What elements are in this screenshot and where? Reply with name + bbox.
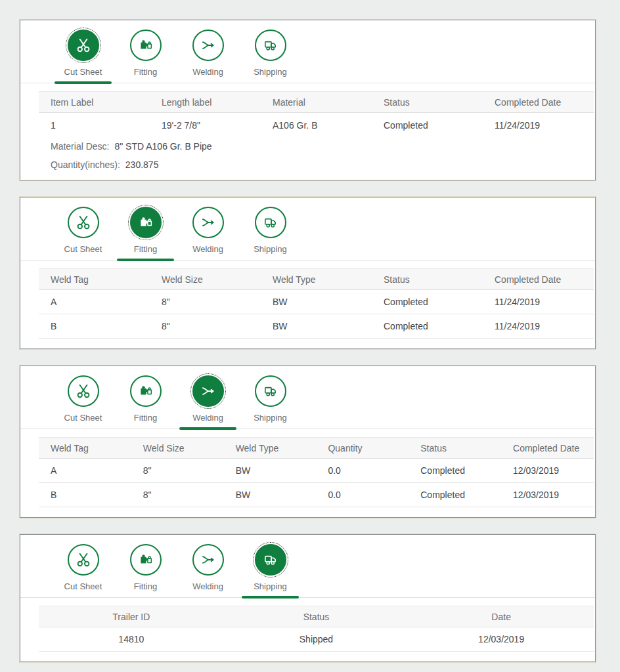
fitting-table: Weld Tag Weld Size Weld Type Status Comp… <box>39 268 594 348</box>
table-cell: Completed <box>409 490 501 500</box>
scissors-icon <box>68 30 99 61</box>
table-row: A 8" BW 0.0 Completed 12/03/2019 <box>39 459 594 483</box>
table-cell: A <box>39 297 150 307</box>
column-header: Completed Date <box>483 274 594 285</box>
table-cell: 14810 <box>39 634 224 644</box>
fitting-panel: Cut Sheet Fitting <box>20 197 596 349</box>
table-row: 14810 Shipped 12/03/2019 <box>39 627 594 652</box>
merge-arrow-icon <box>192 544 224 576</box>
tab-label: Cut Sheet <box>64 413 102 423</box>
icon-tab-bar: Cut Sheet Fitting <box>20 535 595 598</box>
column-header: Status <box>224 612 409 622</box>
tab-label: Welding <box>192 413 223 423</box>
table-row: B 8" BW 0.0 Completed 12/03/2019 <box>39 483 594 507</box>
tab-label: Shipping <box>254 67 287 77</box>
tab-label: Shipping <box>254 581 287 591</box>
tab-shipping[interactable]: Shipping <box>239 30 301 83</box>
column-header: Weld Type <box>224 443 317 453</box>
icon-tab-bar: Cut Sheet Fitting <box>20 20 595 83</box>
tab-cut-sheet[interactable]: Cut Sheet <box>52 207 114 260</box>
tab-fitting[interactable]: Fitting <box>114 375 177 429</box>
table-cell: B <box>39 321 150 331</box>
icon-tab-bar: Cut Sheet Fitting <box>20 366 595 429</box>
table-cell: Shipped <box>224 634 409 644</box>
table-cell: BW <box>261 321 372 331</box>
tab-label: Shipping <box>254 413 287 423</box>
table-header-row: Weld Tag Weld Size Weld Type Status Comp… <box>39 268 594 290</box>
merge-arrow-icon <box>192 207 224 238</box>
tab-welding[interactable]: Welding <box>177 30 239 83</box>
tab-label: Shipping <box>254 244 287 254</box>
tab-cut-sheet[interactable]: Cut Sheet <box>52 30 114 83</box>
table-cell: Completed <box>372 297 483 307</box>
table-cell: 8" <box>131 490 224 500</box>
tab-label: Fitting <box>134 413 157 423</box>
tab-shipping[interactable]: Shipping <box>239 375 301 429</box>
tab-fitting[interactable]: Fitting <box>114 207 177 260</box>
column-header: Weld Type <box>261 274 372 285</box>
detail-value: 8" STD A106 Gr. B Pipe <box>114 141 211 152</box>
truck-icon <box>255 30 286 61</box>
material-desc-row: Material Desc: 8" STD A106 Gr. B Pipe <box>39 137 594 156</box>
puzzle-icon <box>130 30 162 61</box>
table-cell: 12/03/2019 <box>501 490 594 500</box>
tab-cut-sheet[interactable]: Cut Sheet <box>52 375 114 429</box>
tab-shipping[interactable]: Shipping <box>239 544 301 597</box>
column-header: Weld Tag <box>39 443 131 453</box>
tab-welding[interactable]: Welding <box>177 544 239 597</box>
table-cell: Completed <box>372 120 483 131</box>
tab-label: Fitting <box>134 581 157 591</box>
table-cell: 12/03/2019 <box>501 465 594 476</box>
table-cell: 11/24/2019 <box>483 297 594 307</box>
tab-label: Welding <box>192 67 223 77</box>
tab-label: Welding <box>192 581 223 591</box>
cut-sheet-panel: Cut Sheet Fitting <box>20 20 596 180</box>
table-cell: 8" <box>150 321 261 331</box>
table-cell: 12/03/2019 <box>409 634 594 644</box>
column-header: Completed Date <box>501 443 594 453</box>
truck-icon <box>255 375 286 407</box>
table-cell: 11/24/2019 <box>483 120 594 131</box>
column-header: Material <box>261 97 372 108</box>
column-header: Status <box>372 97 483 108</box>
tab-welding[interactable]: Welding <box>177 207 239 260</box>
column-header: Length label <box>150 97 261 108</box>
table-row: A 8" BW Completed 11/24/2019 <box>39 290 594 314</box>
tab-label: Fitting <box>134 244 157 254</box>
table-cell: A <box>39 465 131 476</box>
scissors-icon <box>68 207 99 238</box>
table-cell: BW <box>261 297 372 307</box>
tab-fitting[interactable]: Fitting <box>114 30 177 83</box>
column-header: Status <box>372 274 483 285</box>
tab-cut-sheet[interactable]: Cut Sheet <box>52 544 114 597</box>
scissors-icon <box>68 544 99 576</box>
detail-label: Quantity(inches): <box>51 159 120 170</box>
table-cell: BW <box>224 465 317 476</box>
column-header: Weld Size <box>131 443 224 453</box>
table-cell: B <box>39 490 131 500</box>
tab-label: Fitting <box>134 67 157 77</box>
tab-label: Cut Sheet <box>64 67 102 77</box>
truck-icon <box>255 207 286 238</box>
table-cell: 0.0 <box>316 465 409 476</box>
truck-icon <box>255 544 286 576</box>
scissors-icon <box>68 375 99 407</box>
shipping-table: Trailer ID Status Date 14810 Shipped 12/… <box>39 606 594 662</box>
tab-label: Cut Sheet <box>64 581 102 591</box>
table-header-row: Item Label Length label Material Status … <box>39 91 594 113</box>
column-header: Quantity <box>316 443 409 453</box>
tab-fitting[interactable]: Fitting <box>114 544 177 597</box>
table-cell: 8" <box>131 465 224 476</box>
table-cell: BW <box>224 490 317 500</box>
column-header: Status <box>409 443 501 453</box>
puzzle-icon <box>130 544 162 576</box>
puzzle-icon <box>130 207 162 238</box>
cut-sheet-table: Item Label Length label Material Status … <box>39 91 594 180</box>
merge-arrow-icon <box>192 30 224 61</box>
shipping-panel: Cut Sheet Fitting <box>20 534 596 662</box>
table-row: 1 19'-2 7/8" A106 Gr. B Completed 11/24/… <box>39 113 594 137</box>
tab-welding[interactable]: Welding <box>177 375 239 429</box>
tab-shipping[interactable]: Shipping <box>239 207 301 260</box>
puzzle-icon <box>130 375 162 407</box>
detail-value: 230.875 <box>125 159 159 170</box>
